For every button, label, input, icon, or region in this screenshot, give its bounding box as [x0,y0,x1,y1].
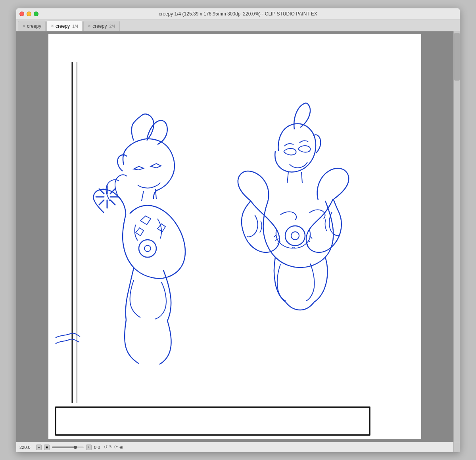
titlebar: creepy 1/4 (125.39 x 176.95mm 300dpi 220… [16,8,460,19]
svg-point-18 [291,232,299,240]
tab-label-2: creepy [56,23,70,29]
window-title: creepy 1/4 (125.39 x 176.95mm 300dpi 220… [159,11,317,17]
close-button[interactable] [19,12,24,16]
tab-close-icon-2[interactable]: ✕ [51,24,54,28]
scrollbar-corner [453,442,460,452]
tab-close-icon-3[interactable]: ✕ [88,24,91,28]
svg-rect-2 [56,407,370,435]
zoom-slider-fill [52,447,76,448]
square-icon: ■ [46,445,48,449]
svg-point-16 [144,245,151,252]
zoom-level: 220.0 [19,445,34,450]
zoom-slider[interactable] [52,447,84,448]
minus-icon: − [38,445,40,449]
zoom-in-button[interactable]: + [86,445,92,450]
main-area [16,31,460,442]
tab-page-2: 1/4 [72,24,78,29]
svg-line-14 [99,200,104,205]
tab-creepy-2[interactable]: ✕ creepy 1/4 [46,21,83,31]
zoom-slider-thumb[interactable] [74,446,77,449]
artwork-svg [48,34,421,439]
drawing-canvas[interactable] [48,34,421,439]
zoom-snap-button[interactable]: ■ [44,445,50,450]
bottom-row: 220.0 − ■ + 0.0 ↺ ↻ ⟳ ◉ [16,442,460,452]
tab-creepy-3[interactable]: ✕ creepy 2/4 [83,21,119,31]
tab-label-1: creepy [27,23,41,29]
svg-point-15 [139,240,156,257]
settings-icon[interactable]: ◉ [119,445,123,450]
redo-button[interactable]: ↻ [109,445,113,450]
scrollbar-thumb-vertical[interactable] [454,33,460,81]
tab-close-icon-1[interactable]: ✕ [22,24,25,28]
minimize-button[interactable] [27,12,31,16]
coord-display: 0.0 [94,445,100,450]
plus-icon: + [88,445,90,449]
tab-page-3: 2/4 [109,24,115,29]
maximize-button[interactable] [34,12,38,16]
vertical-scrollbar[interactable] [453,31,460,442]
tab-creepy-1[interactable]: ✕ creepy [18,21,46,31]
bottombar: 220.0 − ■ + 0.0 ↺ ↻ ⟳ ◉ [16,442,453,452]
zoom-out-button[interactable]: − [36,445,42,450]
window-controls [19,12,38,16]
tab-label-3: creepy [92,23,107,29]
svg-line-12 [110,200,115,205]
canvas-area[interactable] [16,31,453,442]
app-window: creepy 1/4 (125.39 x 176.95mm 300dpi 220… [16,8,460,452]
undo-button[interactable]: ↺ [104,445,107,450]
bottom-icons-group: ↺ ↻ ⟳ ◉ [104,445,123,450]
svg-point-17 [285,226,305,246]
rotate-cw-button[interactable]: ⟳ [114,445,118,450]
tabbar: ✕ creepy ✕ creepy 1/4 ✕ creepy 2/4 [16,19,460,31]
